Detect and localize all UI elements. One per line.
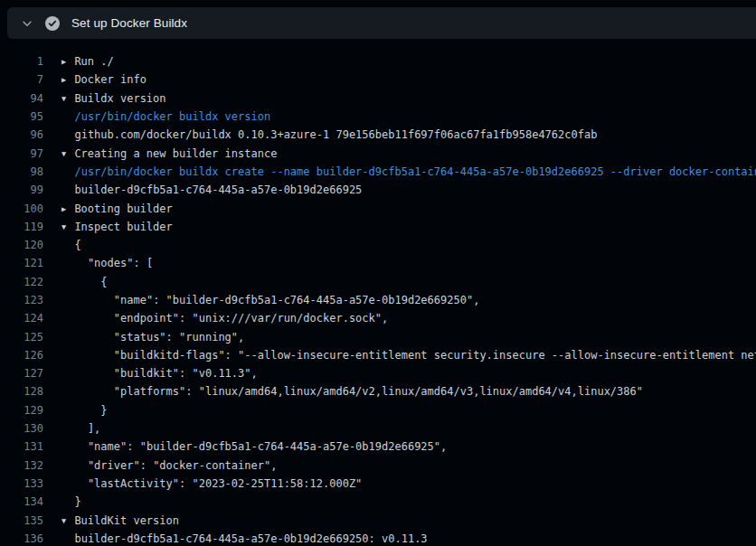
collapse-arrow-icon[interactable]: ▼ — [61, 94, 74, 103]
log-line: 95 /usr/bin/docker buildx version — [0, 108, 756, 126]
group-title: Docker info — [74, 73, 146, 86]
log-line: 128 "platforms": "linux/amd64,linux/amd6… — [0, 382, 756, 400]
log-line: 127 "buildkit": "v0.11.3", — [0, 364, 756, 382]
line-number[interactable]: 136 — [0, 532, 43, 545]
line-number[interactable]: 135 — [0, 514, 43, 527]
log-text: ▶Booting builder — [61, 202, 173, 215]
expand-arrow-icon[interactable]: ▶ — [61, 204, 74, 213]
log-text: "name": "builder-d9cfb5a1-c764-445a-a57e… — [61, 294, 479, 306]
line-number[interactable]: 99 — [0, 184, 43, 196]
line-number[interactable]: 134 — [0, 495, 43, 508]
check-circle-icon — [45, 16, 60, 31]
log-line: 122 { — [0, 273, 756, 291]
log-line: 120 { — [0, 236, 756, 254]
log-group-header[interactable]: 119▼Inspect builder — [0, 218, 756, 236]
log-text: /usr/bin/docker buildx create --name bui… — [61, 165, 756, 178]
line-number[interactable]: 125 — [0, 331, 43, 344]
line-number[interactable]: 97 — [0, 147, 43, 160]
log-line: 121 "nodes": [ — [0, 254, 756, 272]
log-group-header[interactable]: 1▶Run ./ — [0, 52, 756, 71]
step-title: Set up Docker Buildx — [71, 16, 187, 30]
log-line: 126 "buildkitd-flags": "--allow-insecure… — [0, 346, 756, 364]
line-number[interactable]: 94 — [0, 92, 43, 105]
log-text: builder-d9cfb5a1-c764-445a-a57e-0b19d2e6… — [61, 532, 428, 545]
expand-arrow-icon[interactable]: ▶ — [61, 57, 74, 66]
log-line: 98 /usr/bin/docker buildx create --name … — [0, 163, 756, 181]
log-line: 132 "driver": "docker-container", — [0, 457, 756, 475]
group-title: Run ./ — [74, 55, 113, 68]
line-number[interactable]: 129 — [0, 404, 43, 417]
log-text: ], — [61, 422, 100, 435]
group-title: Inspect builder — [74, 221, 172, 233]
log-text: "status": "running", — [61, 331, 244, 344]
line-number[interactable]: 133 — [0, 477, 43, 490]
log-text: ▼Inspect builder — [61, 221, 173, 233]
log-text: ▼Buildx version — [61, 92, 166, 105]
log-group-header[interactable]: 97▼Creating a new builder instance — [0, 144, 756, 162]
log-line: 99 builder-d9cfb5a1-c764-445a-a57e-0b19d… — [0, 181, 756, 199]
log-line: 131 "name": "builder-d9cfb5a1-c764-445a-… — [0, 438, 756, 456]
collapse-arrow-icon[interactable]: ▼ — [61, 222, 74, 231]
chevron-down-icon[interactable] — [16, 13, 38, 34]
log-text: { — [61, 276, 108, 288]
log-text: "lastActivity": "2023-02-25T11:58:12.000… — [61, 477, 362, 490]
line-number[interactable]: 122 — [0, 276, 43, 288]
group-title: BuildKit version — [74, 514, 179, 527]
log-text: ▼BuildKit version — [61, 514, 179, 527]
group-title: Buildx version — [74, 92, 165, 105]
log-text: ▼Creating a new builder instance — [61, 147, 277, 160]
line-number[interactable]: 126 — [0, 349, 43, 362]
step-header-bar[interactable]: Set up Docker Buildx — [7, 7, 756, 39]
log-text: "platforms": "linux/amd64,linux/amd64/v2… — [61, 385, 643, 398]
line-number[interactable]: 131 — [0, 440, 43, 453]
log-line: 134 } — [0, 493, 756, 511]
log-text: /usr/bin/docker buildx version — [61, 110, 270, 123]
log-container: 1▶Run ./7▶Docker info94▼Buildx version95… — [0, 39, 756, 546]
log-group-header[interactable]: 100▶Booting builder — [0, 199, 756, 217]
line-number[interactable]: 98 — [0, 165, 43, 178]
log-text: { — [61, 239, 81, 251]
log-group-header[interactable]: 135▼BuildKit version — [0, 511, 756, 529]
log-text: "endpoint": "unix:///var/run/docker.sock… — [61, 312, 388, 325]
collapse-arrow-icon[interactable]: ▼ — [61, 516, 74, 525]
log-text: "driver": "docker-container", — [61, 459, 277, 472]
group-title: Creating a new builder instance — [74, 147, 277, 160]
line-number[interactable]: 100 — [0, 202, 43, 215]
log-text: ▶Run ./ — [61, 55, 114, 68]
log-group-header[interactable]: 7▶Docker info — [0, 71, 756, 89]
expand-arrow-icon[interactable]: ▶ — [61, 75, 74, 84]
group-title: Booting builder — [74, 202, 172, 215]
line-number[interactable]: 120 — [0, 239, 43, 251]
log-text: "buildkit": "v0.11.3", — [61, 367, 258, 380]
log-text: "nodes": [ — [61, 257, 153, 269]
line-number[interactable]: 1 — [0, 55, 43, 68]
line-number[interactable]: 132 — [0, 459, 43, 472]
line-number[interactable]: 130 — [0, 422, 43, 435]
line-number[interactable]: 96 — [0, 128, 43, 141]
line-number[interactable]: 127 — [0, 367, 43, 380]
log-text: "buildkitd-flags": "--allow-insecure-ent… — [61, 349, 756, 362]
log-text: github.com/docker/buildx 0.10.3+azure-1 … — [61, 128, 597, 141]
line-number[interactable]: 7 — [0, 73, 43, 86]
log-text: builder-d9cfb5a1-c764-445a-a57e-0b19d2e6… — [61, 184, 362, 196]
log-line: 136 builder-d9cfb5a1-c764-445a-a57e-0b19… — [0, 530, 756, 546]
log-text: ▶Docker info — [61, 73, 146, 86]
line-number[interactable]: 119 — [0, 221, 43, 233]
line-number[interactable]: 124 — [0, 312, 43, 325]
collapse-arrow-icon[interactable]: ▼ — [61, 149, 74, 158]
line-number[interactable]: 95 — [0, 110, 43, 123]
log-line: 130 ], — [0, 419, 756, 438]
log-line: 123 "name": "builder-d9cfb5a1-c764-445a-… — [0, 291, 756, 309]
line-number[interactable]: 128 — [0, 385, 43, 398]
line-number[interactable]: 123 — [0, 294, 43, 306]
line-number[interactable]: 121 — [0, 257, 43, 269]
log-text: } — [61, 495, 81, 508]
log-line: 124 "endpoint": "unix:///var/run/docker.… — [0, 309, 756, 327]
log-line: 129 } — [0, 401, 756, 419]
log-line: 133 "lastActivity": "2023-02-25T11:58:12… — [0, 475, 756, 493]
log-line: 125 "status": "running", — [0, 327, 756, 345]
log-text: "name": "builder-d9cfb5a1-c764-445a-a57e… — [61, 440, 447, 453]
log-line: 96 github.com/docker/buildx 0.10.3+azure… — [0, 126, 756, 144]
log-group-header[interactable]: 94▼Buildx version — [0, 89, 756, 108]
log-text: } — [61, 404, 108, 417]
